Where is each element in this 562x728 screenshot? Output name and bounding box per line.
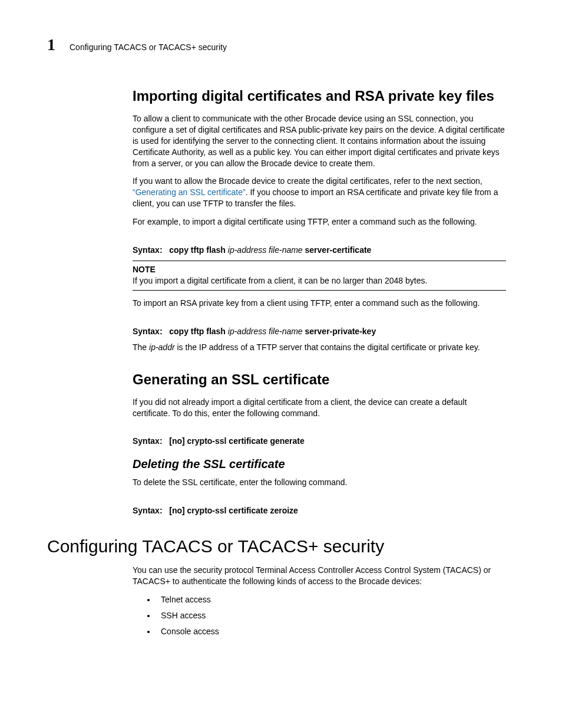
syntax-label: Syntax:	[133, 245, 163, 255]
syntax-line-zeroize: Syntax: [no] crypto-ssl certificate zero…	[133, 506, 506, 515]
syntax-tail: server-certificate	[305, 245, 372, 255]
heading-deleting-ssl: Deleting the SSL certificate	[133, 457, 506, 471]
gen-paragraph-1: If you did not already import a digital …	[133, 397, 506, 419]
syntax-label: Syntax:	[133, 506, 163, 515]
syntax-command: [no] crypto-ssl certificate zeroize	[169, 506, 298, 515]
heading-generating-ssl: Generating an SSL certificate	[133, 371, 506, 388]
running-head: Configuring TACACS or TACACS+ security	[70, 42, 227, 52]
syntax-line-server-certificate: Syntax: copy tftp flash ip-address file-…	[133, 245, 506, 255]
del-paragraph-1: To delete the SSL certificate, enter the…	[133, 477, 506, 488]
heading-import-certs: Importing digital certificates and RSA p…	[133, 87, 506, 105]
tacacs-content: You can use the security protocol Termin…	[133, 565, 506, 637]
list-item: SSH access	[156, 610, 506, 621]
list-item: Console access	[156, 626, 506, 637]
syntax-command: copy tftp flash	[169, 245, 226, 255]
note-label: NOTE	[133, 265, 506, 274]
content-column: Importing digital certificates and RSA p…	[133, 87, 506, 515]
import-paragraph-2: If you want to allow the Brocade device …	[133, 176, 506, 209]
text: The	[133, 342, 149, 352]
syntax-label: Syntax:	[133, 436, 163, 446]
syntax-command: copy tftp flash	[169, 327, 226, 336]
list-item: Telnet access	[156, 594, 506, 605]
note-body: If you import a digital certificate from…	[133, 275, 506, 286]
import-paragraph-1: To allow a client to communicate with th…	[133, 113, 506, 169]
heading-tacacs: Configuring TACACS or TACACS+ security	[47, 536, 515, 556]
syntax-command: [no] crypto-ssl certificate generate	[169, 436, 305, 446]
syntax-line-server-private-key: Syntax: copy tftp flash ip-address file-…	[133, 327, 506, 336]
tacacs-paragraph-1: You can use the security protocol Termin…	[133, 565, 506, 587]
syntax-line-generate: Syntax: [no] crypto-ssl certificate gene…	[133, 436, 506, 446]
import-paragraph-3: For example, to import a digital certifi…	[133, 216, 506, 228]
chapter-number: 1	[47, 35, 55, 54]
syntax-args: ip-address file-name	[228, 327, 303, 336]
tacacs-bullet-list: Telnet access SSH access Console access	[133, 594, 506, 637]
inline-italic: ip-addr	[149, 342, 175, 352]
syntax-tail: server-private-key	[305, 327, 376, 336]
text: If you want to allow the Brocade device …	[133, 176, 482, 186]
import-paragraph-4: To import an RSA private key from a clie…	[133, 298, 506, 309]
syntax-label: Syntax:	[133, 327, 163, 336]
import-paragraph-5: The ip-addr is the IP address of a TFTP …	[133, 342, 506, 353]
page-header: 1 Configuring TACACS or TACACS+ security	[47, 35, 515, 54]
text: is the IP address of a TFTP server that …	[175, 342, 480, 352]
link-generating-ssl[interactable]: “Generating an SSL certificate”	[133, 187, 246, 197]
page: 1 Configuring TACACS or TACACS+ security…	[0, 0, 562, 677]
syntax-args: ip-address file-name	[228, 245, 303, 255]
note-block: NOTE If you import a digital certificate…	[133, 261, 506, 291]
